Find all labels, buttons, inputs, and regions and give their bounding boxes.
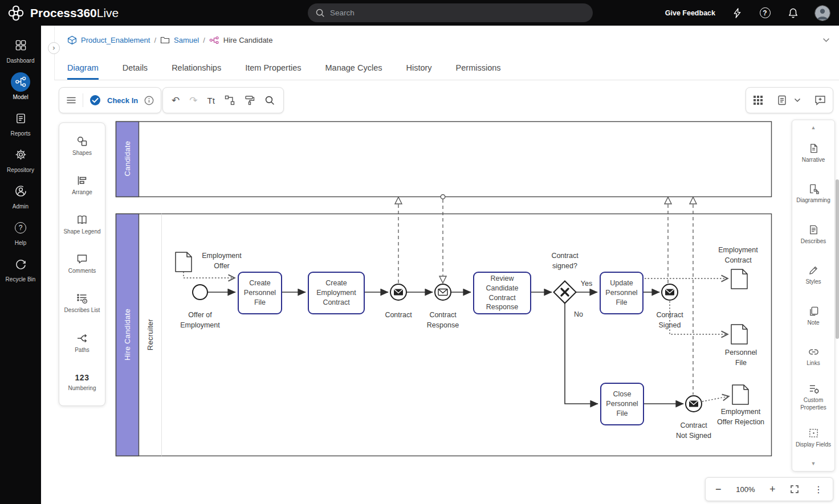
diagram-canvas[interactable]: Candidate Hire Candidate Recruiter Creat… <box>41 80 839 504</box>
message-event-contract[interactable] <box>390 284 406 300</box>
more-options-kebab-icon[interactable]: ⋮ <box>814 484 823 495</box>
shapes-icon <box>76 136 88 147</box>
sidebar-item-help[interactable]: ? Help <box>0 214 41 250</box>
pool-hire-candidate[interactable] <box>116 214 772 456</box>
export-document-icon[interactable] <box>777 95 787 105</box>
zoom-out-button[interactable]: − <box>715 484 722 494</box>
undo-icon[interactable]: ↶ <box>172 96 180 105</box>
tab-diagram[interactable]: Diagram <box>67 63 99 80</box>
custom-properties-icon <box>808 383 819 394</box>
text-format-icon[interactable]: Tt <box>207 96 215 105</box>
panel-item-custom-properties[interactable]: Custom Properties <box>792 377 834 418</box>
label-no: No <box>571 310 586 320</box>
task-create-personnel-file[interactable]: Create Personnel File <box>238 272 282 314</box>
panel-scroll-down-icon[interactable]: ▼ <box>792 458 834 469</box>
add-comment-icon[interactable] <box>814 95 826 106</box>
tool-comments[interactable]: Comments <box>59 244 105 284</box>
gateway-contract-signed[interactable] <box>553 281 576 303</box>
note-icon <box>808 306 819 317</box>
sidebar-item-dashboard[interactable]: Dashboard <box>0 31 41 68</box>
sidebar-item-reports[interactable]: Reports <box>0 104 41 141</box>
zoom-in-button[interactable]: + <box>769 484 776 494</box>
task-review-candidate-contract-response[interactable]: Review Candidate Contract Response <box>473 272 531 314</box>
info-icon[interactable] <box>144 96 154 105</box>
panel-item-note[interactable]: Note <box>792 296 834 337</box>
repository-gear-icon <box>11 145 30 165</box>
data-object-employment-contract[interactable] <box>731 269 747 289</box>
folder-icon <box>160 36 170 44</box>
grid-view-icon[interactable] <box>753 95 763 105</box>
tab-item-properties[interactable]: Item Properties <box>245 63 301 80</box>
help-icon[interactable]: ? <box>759 7 771 19</box>
give-feedback-button[interactable]: Give Feedback <box>665 9 715 17</box>
breadcrumb-item-samuel[interactable]: Samuel <box>174 36 199 44</box>
data-object-employment-offer[interactable] <box>176 252 192 272</box>
label-contract-signed-question: Contract signed? <box>544 251 586 272</box>
properties-panel: ▲ Narrative Diagramming Describes <box>792 120 835 472</box>
expand-panel-button[interactable]: › <box>48 42 60 54</box>
lane-label-recruiter: Recruiter <box>146 301 154 369</box>
tool-describes-list[interactable]: Describes List <box>59 284 105 323</box>
tab-permissions[interactable]: Permissions <box>456 63 501 80</box>
task-update-personnel-file[interactable]: Update Personnel File <box>600 272 643 314</box>
tool-numbering[interactable]: 123 Numbering <box>59 363 105 402</box>
data-object-employment-offer-rejection[interactable] <box>732 385 748 404</box>
message-event-contract-response[interactable] <box>435 284 451 300</box>
panel-item-links[interactable]: Links <box>792 337 834 378</box>
check-in-button[interactable]: Check In <box>107 96 138 105</box>
association-to-offer-rejection-doc[interactable] <box>702 396 728 401</box>
app-logo-icon <box>7 5 25 22</box>
hamburger-menu-icon[interactable] <box>66 95 76 105</box>
sidebar-item-model[interactable]: Model <box>0 68 41 104</box>
diagram-search-icon[interactable] <box>264 95 275 105</box>
message-flow-arrow <box>665 197 671 204</box>
breadcrumb-item-product-enablement[interactable]: Product_Enablement <box>81 36 150 44</box>
help-circle-icon: ? <box>11 218 30 237</box>
zoom-controls: − 100% + ⋮ <box>705 477 833 501</box>
sidebar-item-repository[interactable]: Repository <box>0 141 41 177</box>
connector-icon[interactable] <box>225 95 235 105</box>
panel-item-describes[interactable]: Describes <box>792 214 834 255</box>
chevron-down-icon[interactable] <box>794 98 801 103</box>
tab-manage-cycles[interactable]: Manage Cycles <box>325 63 382 80</box>
message-flow-arrow <box>439 276 446 283</box>
start-event-offer-of-employment[interactable] <box>193 285 207 300</box>
task-create-employment-contract[interactable]: Create Employment Contract <box>308 272 365 314</box>
tab-history[interactable]: History <box>406 63 431 80</box>
search-input[interactable] <box>330 9 585 17</box>
diagramming-icon <box>808 183 819 194</box>
sidebar-item-admin[interactable]: Admin <box>0 177 41 214</box>
vertical-scrollbar[interactable] <box>836 179 839 339</box>
panel-item-styles[interactable]: Styles <box>792 255 834 296</box>
diagram-toolbar-right <box>746 87 833 113</box>
tab-details[interactable]: Details <box>123 63 148 80</box>
data-object-personnel-file[interactable] <box>731 325 747 344</box>
sidebar-item-recycle-bin[interactable]: Recycle Bin <box>0 250 41 286</box>
quick-actions-icon[interactable] <box>731 7 743 19</box>
redo-icon[interactable]: ↷ <box>189 96 197 105</box>
tool-shape-legend[interactable]: Shape Legend <box>59 205 105 244</box>
breadcrumb-separator: / <box>154 36 156 44</box>
panel-item-diagramming[interactable]: Diagramming <box>792 174 834 215</box>
tool-arrange[interactable]: Arrange <box>59 166 105 205</box>
panel-scroll-up-icon[interactable]: ▲ <box>792 122 834 133</box>
shape-legend-icon <box>76 214 88 226</box>
association-employment-offer-to-task[interactable] <box>184 272 234 278</box>
breadcrumb-collapse-chevron-icon[interactable] <box>822 38 830 43</box>
format-painter-icon[interactable] <box>245 95 255 105</box>
fullscreen-icon[interactable] <box>790 485 799 494</box>
display-fields-icon <box>808 428 819 439</box>
reports-icon <box>11 109 30 128</box>
tool-paths[interactable]: Paths <box>59 323 105 363</box>
message-event-contract-signed[interactable] <box>662 284 678 300</box>
global-search[interactable] <box>308 3 593 22</box>
message-event-contract-not-signed[interactable] <box>686 396 702 412</box>
panel-item-display-fields[interactable]: Display Fields <box>792 418 834 459</box>
pool-candidate[interactable] <box>116 122 772 197</box>
panel-item-narrative[interactable]: Narrative <box>792 133 834 174</box>
task-close-personnel-file[interactable]: Close Personnel File <box>600 383 644 425</box>
tab-relationships[interactable]: Relationships <box>172 63 221 80</box>
user-avatar[interactable] <box>814 5 830 21</box>
notifications-bell-icon[interactable] <box>787 7 799 19</box>
tool-shapes[interactable]: Shapes <box>59 126 105 166</box>
